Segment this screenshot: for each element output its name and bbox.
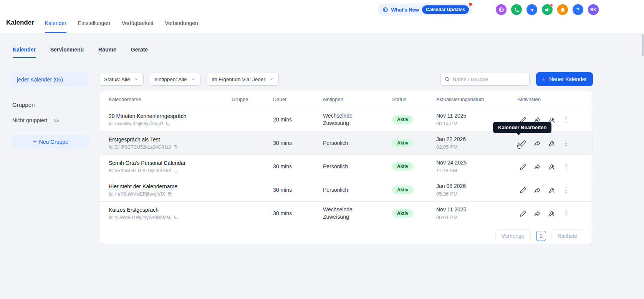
edit-button[interactable] — [519, 186, 527, 194]
status-filter-dropdown[interactable]: Status: Alle — [99, 73, 144, 86]
calendar-name: Erstgespräch als Test — [109, 136, 232, 143]
pencil-icon — [520, 210, 527, 217]
tools-button[interactable] — [548, 186, 556, 194]
sidebar-item-ungrouped[interactable]: Nicht gruppiert 05 — [12, 117, 89, 123]
calendar-id-text: Id: sUWdB41Wj24yS48RnMs6 — [109, 215, 171, 220]
subtab-raeume[interactable]: Räume — [98, 47, 116, 58]
previous-page-button[interactable]: Vorherige — [495, 229, 531, 242]
duration-cell: 30 mins — [273, 140, 323, 146]
bell-icon — [560, 7, 566, 13]
calendar-id: Id: 5viZWwJLhj6ely73onjO — [109, 121, 232, 126]
pencil-icon — [520, 163, 527, 170]
plus-icon: + — [33, 139, 36, 145]
updated-time: 02:05 PM — [436, 144, 518, 150]
table-row[interactable]: Kurzes Erstgespräch Id: sUWdB41Wj24yS48R… — [99, 202, 593, 225]
copy-icon[interactable] — [174, 215, 178, 220]
more-options-button[interactable]: ⋮ — [562, 139, 570, 147]
table-header-row: Kalendername Gruppe Dauer eintippen Stat… — [99, 91, 593, 108]
tools-icon — [548, 210, 555, 217]
calendar-id: Id: sUWdB41Wj24yS48RnMs6 — [109, 215, 232, 220]
scrollbar-thumb[interactable] — [642, 34, 644, 56]
more-options-button[interactable]: ⋮ — [562, 163, 570, 171]
tools-button[interactable] — [548, 163, 556, 171]
notifications-button[interactable] — [557, 4, 568, 15]
divider — [12, 93, 89, 93]
share-button[interactable] — [533, 186, 541, 194]
tab-verfuegbarkeit[interactable]: Verfügbarkeit — [122, 20, 154, 33]
col-aktivitaeten: Aktivitäten — [518, 96, 583, 102]
row-actions: ⋮ — [518, 209, 583, 218]
share-button[interactable] — [533, 139, 541, 147]
type-cell: Persönlich — [323, 163, 369, 170]
rocket-icon: ➤ — [529, 7, 535, 13]
chevron-down-icon — [134, 77, 139, 81]
subtab-kalender[interactable]: Kalender — [13, 47, 36, 58]
col-status: Status — [392, 96, 436, 102]
phone-button[interactable] — [511, 4, 522, 15]
more-options-button[interactable]: ⋮ — [562, 186, 570, 194]
phone-icon — [514, 7, 520, 13]
share-button[interactable] — [533, 163, 541, 171]
megaphone-icon — [545, 7, 550, 13]
new-calendar-button[interactable]: + Neuer Kalender — [536, 72, 593, 86]
type-cell: Wechselnde Zuweisung — [323, 112, 369, 127]
topbar-actions: What's New Calendar Updates ➤ ? BK — [378, 3, 599, 16]
main-tabs: Kalender Einstellungen Verfügbarkeit Ver… — [45, 20, 198, 33]
new-group-button[interactable]: + Neu Gruppe — [12, 135, 89, 149]
type-filter-dropdown[interactable]: eintippen: Alle — [150, 73, 200, 86]
pencil-icon — [520, 186, 527, 194]
col-eintippen: eintippen — [323, 96, 392, 102]
edit-calendar-tooltip: Kalender Bearbeiten — [493, 122, 551, 133]
more-options-button[interactable]: ⋮ — [562, 209, 570, 218]
table-row[interactable]: Semih Orta's Personal Calendar Id: kRdaw… — [99, 155, 593, 178]
tab-kalender[interactable]: Kalender — [45, 20, 66, 33]
status-badge: Aktiv — [392, 162, 413, 171]
rocket-button[interactable]: ➤ — [526, 4, 537, 15]
edit-button[interactable] — [519, 209, 527, 218]
calendar-id-text: Id: kRdaw64TTLBLbqCBXA94 — [109, 168, 171, 173]
sub-tabs: Kalender Servicemenü Räume Geräte — [13, 47, 148, 58]
plus-icon: + — [542, 76, 546, 82]
notification-dot — [469, 3, 472, 6]
copy-icon[interactable] — [173, 145, 178, 150]
edit-button[interactable] — [519, 163, 527, 171]
page-number[interactable]: 1 — [536, 231, 546, 241]
announcements-button[interactable] — [542, 4, 553, 15]
status-badge: Aktiv — [392, 209, 413, 218]
next-page-button[interactable]: Nächste — [551, 229, 583, 242]
status-badge: Aktiv — [392, 115, 413, 124]
subtab-geraete[interactable]: Geräte — [131, 47, 148, 58]
tab-verbindungen[interactable]: Verbindungen — [165, 20, 198, 33]
more-options-button[interactable]: ⋮ — [562, 116, 570, 124]
copy-icon[interactable] — [167, 192, 172, 196]
tools-icon — [548, 163, 555, 170]
updated-time: 11:18 AM — [436, 168, 518, 173]
owned-by-filter-dropdown[interactable]: Im Eigentum Via: Jeder — [207, 73, 279, 86]
duration-cell: 30 mins — [273, 187, 323, 193]
copy-icon[interactable] — [173, 168, 178, 173]
tools-icon — [548, 140, 555, 147]
sidebar-item-all-calendars[interactable]: jeder Kalender (05) — [12, 73, 89, 86]
help-button[interactable]: ? — [573, 4, 583, 15]
whats-new-button[interactable]: What's New Calendar Updates — [378, 3, 471, 16]
copy-icon[interactable] — [166, 121, 170, 126]
calendar-id-text: Id: DHP3CTCU52kLa34GfHz8 — [109, 145, 171, 150]
new-calendar-label: Neuer Kalender — [549, 76, 587, 82]
search-input[interactable] — [453, 76, 525, 82]
share-button[interactable] — [533, 209, 541, 218]
row-actions: ⋮ — [518, 163, 583, 171]
tools-button[interactable] — [548, 209, 556, 218]
language-button[interactable] — [496, 4, 507, 15]
page-title: Kalender — [6, 19, 34, 33]
calendar-updates-badge[interactable]: Calendar Updates — [422, 5, 469, 14]
row-actions: ⋮ — [518, 186, 583, 194]
tools-button[interactable] — [548, 139, 556, 147]
subtab-servicemenue[interactable]: Servicemenü — [50, 47, 84, 58]
share-icon — [534, 163, 541, 170]
page-header: Kalender Kalender Einstellungen Verfügba… — [6, 19, 198, 33]
avatar[interactable]: BK — [588, 4, 599, 15]
tab-einstellungen[interactable]: Einstellungen — [78, 20, 110, 33]
table-row[interactable]: Hier steht der Kalendername Id: IreR8nWV… — [99, 178, 593, 202]
calendar-name: Kurzes Erstgespräch — [109, 207, 232, 213]
ungrouped-count-badge: 05 — [51, 117, 62, 123]
